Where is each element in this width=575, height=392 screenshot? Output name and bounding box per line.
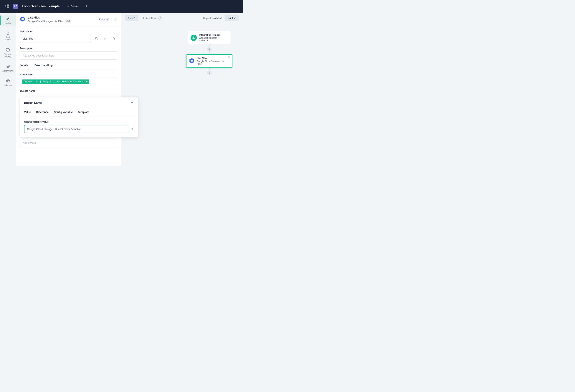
- sidebar-label: Version History: [4, 53, 11, 58]
- step-name-input[interactable]: [20, 35, 91, 43]
- flow-canvas[interactable]: Flow 1 Add flow ? Unpublished draft Publ…: [121, 13, 243, 166]
- node-list-files[interactable]: List Files Google Cloud Storage - List F…: [186, 54, 232, 68]
- flow-nodes: Integration Trigger Webhook Triggers - W…: [186, 31, 232, 75]
- connector: [209, 44, 210, 47]
- svg-rect-12: [191, 60, 193, 60]
- connector: [209, 52, 210, 54]
- connection-label: Connection: [20, 73, 117, 76]
- node-subtitle: Webhook Triggers - Webhook: [199, 37, 228, 42]
- close-panel-icon[interactable]: [114, 18, 117, 21]
- draft-status: Unpublished draft: [203, 17, 222, 20]
- description-input[interactable]: [20, 51, 117, 60]
- step-tabs: Inputs Error Handling: [20, 64, 117, 69]
- docs-link[interactable]: Docs: [99, 18, 109, 21]
- connection-field[interactable]: Connection | Google Cloud Storage Connec…: [20, 78, 117, 85]
- sidebar-label: Test Runner: [4, 36, 11, 41]
- node-subtitle: Google Cloud Storage - List Files: [197, 60, 230, 65]
- svg-rect-7: [96, 38, 98, 40]
- sidebar-label: Editor: [5, 22, 11, 24]
- sidebar-item-attachments[interactable]: Attachments: [0, 63, 16, 73]
- confirm-icon[interactable]: [131, 101, 134, 104]
- svg-marker-4: [20, 17, 25, 22]
- node-title: List Files: [197, 57, 230, 60]
- delete-button[interactable]: [110, 35, 117, 42]
- config-var-value-label: Config Variable Value: [24, 120, 134, 123]
- tab-error-handling[interactable]: Error Handling: [34, 64, 53, 69]
- sidebar-label: Instances: [3, 84, 12, 86]
- paperclip-icon: [6, 65, 10, 69]
- node-title: Integration Trigger: [199, 34, 228, 36]
- project-badge: LE: [13, 4, 18, 9]
- webhook-icon: [191, 35, 197, 41]
- step-config-panel: List Files Google Cloud Storage - List F…: [16, 13, 121, 166]
- google-cloud-storage-icon: [20, 17, 25, 23]
- project-title: Loop Over Files Example: [22, 4, 59, 8]
- stopwatch-icon: [6, 31, 10, 35]
- svg-point-9: [194, 38, 195, 39]
- version-chip: v53: [65, 20, 71, 23]
- add-step-button[interactable]: [207, 47, 212, 52]
- details-dropdown[interactable]: Details: [67, 5, 79, 8]
- svg-rect-13: [191, 61, 193, 62]
- tab-reference[interactable]: Reference: [36, 111, 49, 116]
- history-icon: [6, 48, 10, 52]
- step-header: List Files Google Cloud Storage - List F…: [16, 13, 121, 26]
- svg-point-8: [192, 38, 193, 39]
- connection-chip: Connection | Google Cloud Storage Connec…: [22, 79, 89, 84]
- details-label: Details: [71, 5, 79, 8]
- description-label: Description: [20, 47, 117, 50]
- remove-node-icon[interactable]: [228, 56, 230, 59]
- top-bar: LE Loop Over Files Example Details: [0, 0, 243, 13]
- copy-button[interactable]: [93, 35, 100, 42]
- caret-down-icon: [123, 128, 125, 130]
- svg-rect-6: [22, 19, 24, 20]
- svg-rect-5: [22, 18, 24, 19]
- add-flow-button[interactable]: Add flow: [142, 17, 156, 20]
- svg-point-10: [193, 37, 194, 37]
- content-area: List Files Google Cloud Storage - List F…: [16, 13, 243, 166]
- trash-icon: [112, 37, 115, 40]
- config-variable-select[interactable]: Google Cloud Storage - Bucket Name Varia…: [24, 125, 128, 133]
- left-sidebar: Editor Test Runner Version History Attac…: [0, 13, 16, 166]
- tab-inputs[interactable]: Inputs: [20, 64, 28, 69]
- tab-value[interactable]: Value: [24, 111, 31, 116]
- edit-button[interactable]: [102, 35, 108, 42]
- publish-button[interactable]: Publish: [225, 15, 239, 21]
- edit-icon: [103, 37, 107, 40]
- popover-title: Bucket Name: [24, 101, 42, 104]
- tab-template[interactable]: Template: [78, 111, 89, 116]
- sidebar-label: Attachments: [2, 70, 14, 72]
- help-icon[interactable]: ?: [159, 17, 162, 20]
- flow-tab[interactable]: Flow 1: [125, 15, 139, 21]
- sidebar-item-test-runner[interactable]: Test Runner: [0, 30, 16, 42]
- sidebar-item-instances[interactable]: Instances: [0, 78, 16, 88]
- favorite-star-icon[interactable]: [85, 4, 88, 8]
- step-subtitle: Google Cloud Storage - List Files v53: [28, 20, 96, 23]
- sidebar-item-version-history[interactable]: Version History: [0, 47, 16, 59]
- canvas-toolbar: Flow 1 Add flow ? Unpublished draft Publ…: [121, 13, 243, 24]
- add-step-button[interactable]: [207, 70, 212, 75]
- chevron-down-icon: [67, 5, 69, 7]
- connector: [209, 68, 210, 70]
- sidebar-item-editor[interactable]: Editor: [0, 16, 16, 25]
- wrench-icon: [6, 17, 10, 21]
- svg-marker-11: [190, 58, 194, 63]
- add-config-variable-button[interactable]: [131, 127, 134, 131]
- node-integration-trigger[interactable]: Integration Trigger Webhook Triggers - W…: [188, 31, 231, 44]
- plus-icon: [142, 17, 145, 20]
- bucket-name-label: Bucket Name: [20, 90, 117, 92]
- svg-rect-0: [7, 5, 9, 5]
- external-link-icon: [106, 18, 109, 21]
- step-name-label: Step name: [20, 30, 117, 33]
- step-title: List Files: [28, 16, 96, 19]
- play-circle-icon: [6, 79, 10, 83]
- brand-icon: [4, 4, 10, 9]
- tab-config-variable[interactable]: Config Variable: [54, 111, 73, 116]
- bucket-name-popover: Bucket Name Value Reference Config Varia…: [20, 97, 138, 137]
- max-results-input[interactable]: [20, 139, 117, 147]
- popover-tabs: Value Reference Config Variable Template: [20, 108, 138, 116]
- google-cloud-storage-icon: [189, 58, 195, 64]
- copy-icon: [95, 37, 98, 40]
- svg-rect-1: [7, 7, 9, 7]
